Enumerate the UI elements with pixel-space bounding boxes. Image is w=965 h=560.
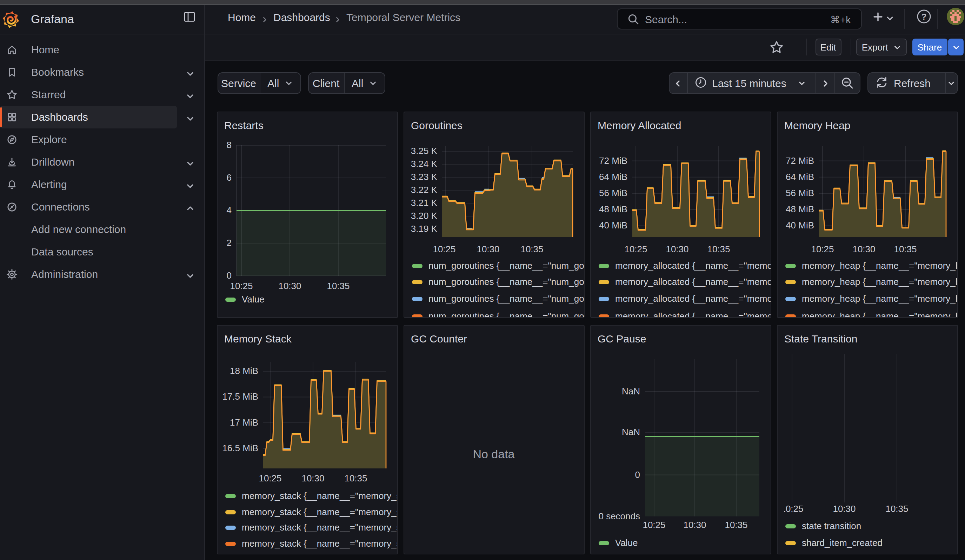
svg-text:16.5 MiB: 16.5 MiB [222,442,258,453]
svg-text:17.5 MiB: 17.5 MiB [222,391,258,402]
svg-text:?: ? [921,12,927,21]
svg-text:3.21 K: 3.21 K [411,197,437,208]
svg-text:48 MiB: 48 MiB [785,204,814,214]
svg-text:10:35: 10:35 [707,243,729,254]
svg-text:10:25: 10:25 [642,519,665,530]
svg-text:10:35: 10:35 [885,503,908,514]
svg-text:64 MiB: 64 MiB [599,171,627,182]
svg-text:10:30: 10:30 [301,473,324,483]
svg-text:10:30: 10:30 [852,243,875,254]
svg-text:8: 8 [226,139,231,150]
svg-text:40 MiB: 40 MiB [599,220,627,230]
svg-text:10:25: 10:25 [258,473,281,483]
svg-text:2: 2 [226,237,231,248]
svg-text:10:25: 10:25 [811,243,833,254]
svg-text:48 MiB: 48 MiB [599,204,627,214]
svg-text:10:30: 10:30 [665,243,688,254]
svg-text:0: 0 [635,469,640,480]
svg-text:56 MiB: 56 MiB [599,188,627,198]
svg-text:10:35: 10:35 [344,473,367,483]
svg-text:10:30: 10:30 [833,503,855,514]
svg-text:10:30: 10:30 [278,280,301,291]
svg-text:10:35: 10:35 [724,519,747,530]
svg-text:4: 4 [226,204,231,215]
svg-text:56 MiB: 56 MiB [785,188,814,198]
svg-text:3.24 K: 3.24 K [411,158,437,169]
svg-text:3.22 K: 3.22 K [411,184,437,195]
svg-text:0 seconds: 0 seconds [598,511,640,521]
svg-text:10:35: 10:35 [520,243,543,254]
svg-text:10:30: 10:30 [476,243,499,254]
svg-text:17 MiB: 17 MiB [229,417,258,427]
svg-text:6: 6 [226,172,231,183]
svg-text:NaN: NaN [622,385,640,396]
svg-text:NaN: NaN [622,426,640,437]
svg-text:3.20 K: 3.20 K [411,210,437,221]
svg-text:72 MiB: 72 MiB [599,155,627,166]
svg-text:72 MiB: 72 MiB [785,155,814,166]
svg-text:10:35: 10:35 [326,280,349,291]
svg-text:10:35: 10:35 [893,243,916,254]
svg-text:3.23 K: 3.23 K [411,171,437,182]
svg-text:10:25: 10:25 [229,280,252,291]
svg-text:3.25 K: 3.25 K [411,145,437,156]
svg-text:0: 0 [226,270,231,280]
svg-text:40 MiB: 40 MiB [785,220,814,230]
svg-text:10:30: 10:30 [683,519,706,530]
svg-text:64 MiB: 64 MiB [785,171,814,182]
svg-text:18 MiB: 18 MiB [229,365,258,376]
svg-text:10:25: 10:25 [624,243,647,254]
svg-text:3.19 K: 3.19 K [411,223,437,233]
svg-text:10:25: 10:25 [432,243,455,254]
